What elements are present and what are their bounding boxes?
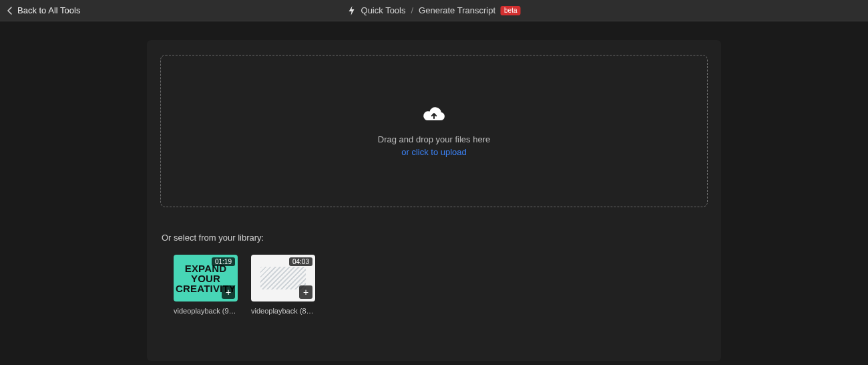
back-label: Back to All Tools xyxy=(17,5,80,15)
main-panel: Drag and drop your files here or click t… xyxy=(147,40,721,361)
breadcrumb-root[interactable]: Quick Tools xyxy=(361,5,406,15)
upload-click-link[interactable]: or click to upload xyxy=(401,147,467,157)
upload-dropzone[interactable]: Drag and drop your files here or click t… xyxy=(160,55,708,207)
breadcrumb: Quick Tools / Generate Transcript beta xyxy=(348,5,521,15)
library-row: EXPAND YOUR CREATIVITY 01:19 + videoplay… xyxy=(174,255,708,315)
plus-icon: + xyxy=(303,287,308,297)
chevron-left-icon xyxy=(7,7,13,15)
breadcrumb-separator: / xyxy=(411,5,413,15)
plus-icon: + xyxy=(226,287,231,297)
topbar: Back to All Tools Quick Tools / Generate… xyxy=(0,0,868,21)
duration-badge: 01:19 xyxy=(212,257,235,266)
add-item-button[interactable]: + xyxy=(222,285,235,299)
library-thumbnail[interactable]: 04:03 + xyxy=(251,255,315,301)
add-item-button[interactable]: + xyxy=(299,285,312,299)
library-item-name: videoplayback (9).... xyxy=(174,307,238,315)
cloud-upload-icon xyxy=(421,105,447,124)
library-thumbnail[interactable]: EXPAND YOUR CREATIVITY 01:19 + xyxy=(174,255,238,301)
duration-badge: 04:03 xyxy=(289,257,312,266)
library-item: EXPAND YOUR CREATIVITY 01:19 + videoplay… xyxy=(174,255,238,315)
upload-instruction: Drag and drop your files here xyxy=(378,134,490,144)
back-to-all-tools-button[interactable]: Back to All Tools xyxy=(0,5,80,15)
bolt-icon xyxy=(348,6,356,15)
library-heading: Or select from your library: xyxy=(162,233,708,243)
library-item-name: videoplayback (8).... xyxy=(251,307,315,315)
library-item: 04:03 + videoplayback (8).... xyxy=(251,255,315,315)
beta-badge: beta xyxy=(501,6,520,15)
breadcrumb-current[interactable]: Generate Transcript xyxy=(419,5,495,15)
